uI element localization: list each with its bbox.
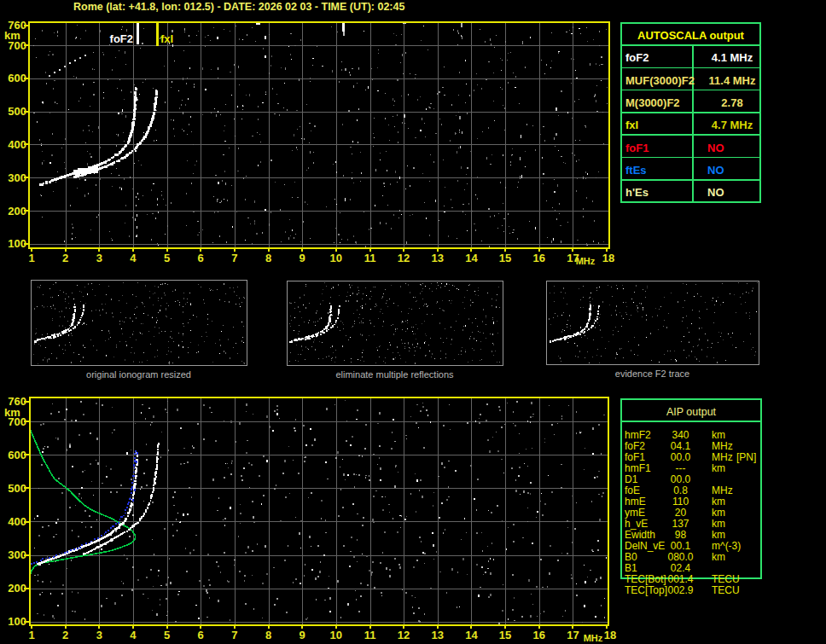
- svg-text:100: 100: [8, 237, 26, 250]
- svg-text:12: 12: [398, 252, 410, 264]
- svg-text:3: 3: [96, 629, 102, 641]
- svg-text:eliminate multiple reflections: eliminate multiple reflections: [335, 369, 454, 380]
- svg-text:1: 1: [28, 252, 34, 264]
- svg-text:hmF2: hmF2: [625, 429, 651, 441]
- svg-text:6: 6: [198, 629, 204, 641]
- svg-text:ftEs: ftEs: [625, 164, 647, 177]
- svg-text:20: 20: [675, 507, 687, 519]
- svg-text:16: 16: [533, 629, 545, 641]
- svg-text:16: 16: [533, 252, 545, 264]
- svg-text:400: 400: [8, 515, 26, 528]
- svg-text:B0: B0: [625, 551, 637, 563]
- svg-text:10: 10: [330, 252, 342, 264]
- svg-text:MHz: MHz: [712, 484, 733, 496]
- svg-text:080.0: 080.0: [667, 551, 693, 563]
- svg-text:Rome (lat: +41.8, lon: 012.5): Rome (lat: +41.8, lon: 012.5) - DATE: 20…: [73, 1, 404, 13]
- svg-text:NO: NO: [707, 164, 724, 177]
- svg-text:200: 200: [8, 205, 26, 218]
- svg-text:11.4 MHz: 11.4 MHz: [709, 74, 756, 87]
- svg-text:MHz: MHz: [712, 451, 733, 463]
- svg-text:km: km: [712, 429, 725, 441]
- svg-text:M(3000)F2: M(3000)F2: [625, 96, 680, 109]
- svg-text:15: 15: [499, 252, 511, 264]
- svg-text:MHz: MHz: [712, 440, 733, 452]
- svg-text:D1: D1: [625, 473, 638, 485]
- svg-text:km: km: [712, 551, 725, 563]
- svg-text:AUTOSCALA output: AUTOSCALA output: [637, 29, 745, 42]
- svg-text:km: km: [712, 518, 725, 530]
- svg-text:h_vE: h_vE: [625, 518, 648, 530]
- svg-text:MUF(3000)F2: MUF(3000)F2: [625, 74, 695, 87]
- svg-text:11: 11: [364, 252, 376, 264]
- svg-text:8: 8: [265, 629, 271, 641]
- svg-text:MHz: MHz: [576, 256, 596, 266]
- svg-text:3: 3: [96, 252, 102, 264]
- svg-text:9: 9: [300, 252, 305, 264]
- svg-text:km: km: [4, 406, 20, 419]
- svg-text:Ewidth: Ewidth: [625, 529, 655, 541]
- svg-text:km: km: [4, 29, 20, 42]
- svg-text:18: 18: [604, 629, 616, 641]
- svg-text:km: km: [712, 496, 725, 508]
- svg-text:600: 600: [8, 72, 26, 84]
- svg-text:5: 5: [164, 252, 170, 264]
- svg-text:hmF1: hmF1: [625, 462, 651, 474]
- svg-text:km: km: [712, 462, 725, 474]
- svg-text:500: 500: [8, 105, 26, 118]
- svg-text:100: 100: [8, 615, 26, 628]
- svg-text:NO: NO: [707, 142, 724, 154]
- svg-text:001.4: 001.4: [667, 573, 693, 585]
- svg-text:km: km: [712, 529, 725, 541]
- svg-text:9: 9: [300, 629, 305, 641]
- svg-text:13: 13: [432, 252, 444, 264]
- svg-text:6: 6: [198, 252, 204, 264]
- svg-text:14: 14: [465, 629, 478, 641]
- svg-text:11: 11: [364, 629, 376, 641]
- svg-text:evidence F2 trace: evidence F2 trace: [615, 368, 689, 379]
- svg-text:hmE: hmE: [625, 496, 646, 508]
- svg-text:00.0: 00.0: [671, 473, 691, 485]
- svg-text:200: 200: [8, 582, 26, 595]
- svg-text:002.9: 002.9: [667, 584, 693, 596]
- svg-text:137: 137: [672, 518, 689, 530]
- svg-text:2.78: 2.78: [721, 96, 742, 109]
- svg-text:12: 12: [398, 629, 410, 641]
- svg-text:300: 300: [8, 171, 26, 184]
- svg-text:4: 4: [130, 629, 137, 641]
- svg-text:4.1 MHz: 4.1 MHz: [712, 51, 753, 64]
- svg-text:4.7 MHz: 4.7 MHz: [712, 119, 753, 131]
- svg-text:10: 10: [330, 629, 342, 641]
- svg-text:ymE: ymE: [625, 507, 645, 519]
- svg-text:km: km: [712, 507, 725, 519]
- svg-text:---: ---: [676, 462, 686, 474]
- svg-text:original ionogram resized: original ionogram resized: [86, 369, 191, 380]
- svg-text:14: 14: [465, 252, 478, 264]
- svg-text:110: 110: [672, 496, 689, 508]
- svg-text:1: 1: [28, 629, 34, 641]
- svg-text:m^(-3): m^(-3): [712, 540, 741, 552]
- svg-text:7: 7: [231, 629, 237, 641]
- svg-text:00.0: 00.0: [671, 451, 691, 463]
- svg-text:foF2: foF2: [110, 32, 133, 45]
- svg-text:15: 15: [499, 629, 511, 641]
- svg-text:8: 8: [265, 252, 271, 264]
- svg-text:foF1: foF1: [625, 142, 649, 154]
- svg-text:h'Es: h'Es: [625, 186, 649, 199]
- svg-text:TECU: TECU: [712, 573, 740, 585]
- svg-text:foE: foE: [625, 484, 640, 496]
- svg-text:foF2: foF2: [625, 440, 645, 452]
- svg-text:04.1: 04.1: [671, 440, 691, 452]
- svg-text:300: 300: [8, 548, 26, 561]
- svg-text:fxI: fxI: [160, 32, 173, 45]
- svg-text:fxI: fxI: [625, 119, 638, 131]
- svg-text:4: 4: [130, 252, 137, 264]
- svg-text:AIP output: AIP output: [666, 406, 717, 418]
- svg-text:18: 18: [602, 252, 614, 264]
- svg-text:TEC[Bot]: TEC[Bot]: [625, 573, 666, 585]
- svg-text:foF1: foF1: [625, 451, 645, 463]
- svg-text:DelN_vE: DelN_vE: [625, 540, 665, 552]
- svg-text:400: 400: [8, 138, 26, 151]
- svg-text:2: 2: [62, 252, 68, 264]
- svg-text:[PN]: [PN]: [736, 451, 756, 463]
- svg-text:02.4: 02.4: [671, 562, 691, 574]
